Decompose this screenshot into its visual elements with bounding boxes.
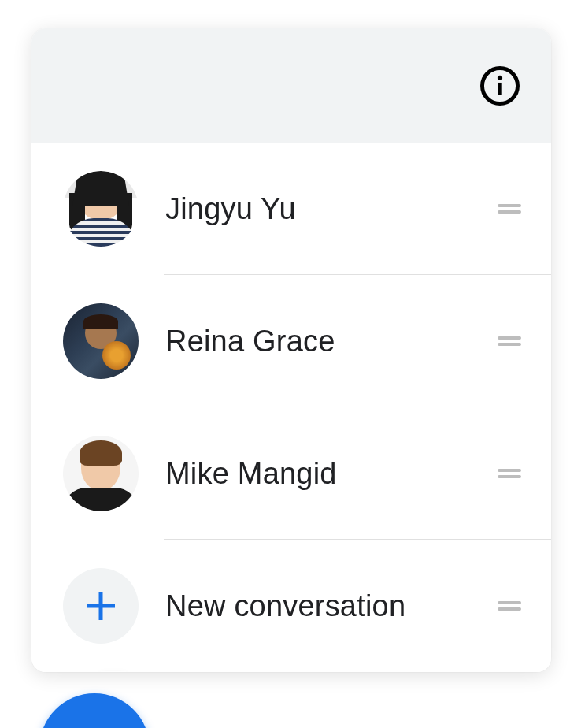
conversation-name: Reina Grace [165, 325, 498, 358]
conversation-item[interactable]: Mike Mangid [31, 407, 551, 540]
new-conversation-label: New conversation [165, 589, 498, 623]
conversation-list: Jingyu Yu Reina Grace Mike Mangid [31, 143, 551, 672]
drag-handle-icon[interactable] [498, 593, 521, 618]
avatar [63, 436, 139, 511]
drag-handle-icon[interactable] [498, 329, 521, 354]
svg-rect-2 [498, 82, 501, 95]
panel-header [31, 28, 551, 143]
avatar [63, 171, 139, 247]
avatar [63, 303, 139, 379]
conversation-panel: Jingyu Yu Reina Grace Mike Mangid [31, 28, 551, 672]
add-circle [63, 568, 139, 644]
new-conversation-button[interactable]: New conversation [31, 540, 551, 672]
drag-handle-icon[interactable] [498, 196, 521, 221]
conversation-name: Jingyu Yu [165, 192, 498, 226]
panel-tail [101, 671, 126, 672]
conversation-name: Mike Mangid [165, 457, 498, 491]
conversation-item[interactable]: Jingyu Yu [31, 143, 551, 275]
plus-icon [82, 587, 120, 625]
svg-point-1 [498, 75, 502, 80]
conversation-item[interactable]: Reina Grace [31, 275, 551, 407]
fab-button[interactable] [39, 693, 150, 728]
info-button[interactable] [479, 65, 521, 107]
info-icon [479, 65, 521, 107]
drag-handle-icon[interactable] [498, 461, 521, 486]
